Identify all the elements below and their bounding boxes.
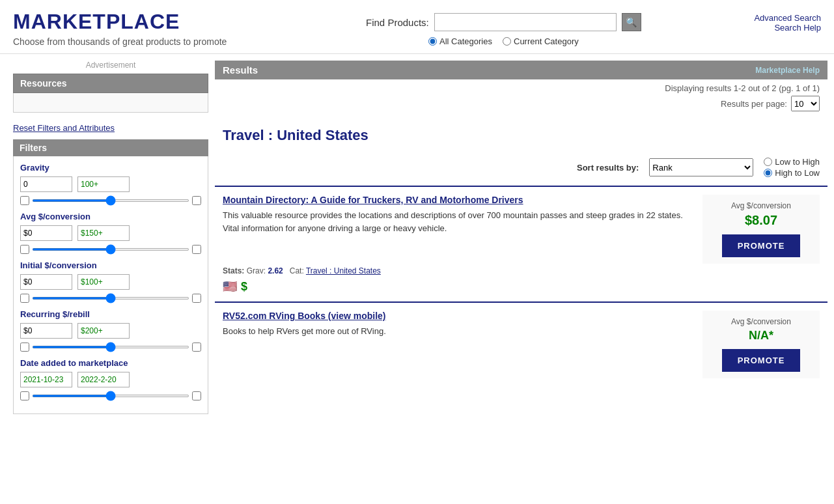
- advertisement-label: Advertisement: [13, 61, 208, 70]
- date-added-min-input[interactable]: [20, 372, 72, 387]
- dollar-icon: $: [241, 280, 247, 294]
- current-category-label: Current Category: [514, 36, 579, 46]
- avg-conversion-label: Avg $/conversion: [20, 212, 201, 221]
- avg-conversion-max-input[interactable]: [77, 225, 130, 241]
- initial-conversion-min-checkbox[interactable]: [20, 294, 29, 303]
- cat-link-1[interactable]: Travel : United States: [306, 266, 381, 275]
- all-categories-radio[interactable]: [428, 37, 437, 46]
- header-links: Advanced Search Search Help: [754, 10, 821, 33]
- stats-row-1: Stats: Grav: 2.62 Cat: Travel : United S…: [223, 266, 820, 275]
- product-icons-1: 🇺🇸 $: [223, 279, 820, 294]
- date-added-max-checkbox[interactable]: [192, 391, 201, 400]
- high-to-low-radio[interactable]: [764, 169, 772, 177]
- results-per-page-select[interactable]: 10 20 50 100: [791, 96, 820, 111]
- product-title-2[interactable]: RV52.com RVing Books (view mobile): [223, 311, 692, 321]
- search-icon: 🔍: [626, 17, 637, 27]
- displaying-text: Displaying results 1-2 out of 2 (pg. 1 o…: [665, 83, 820, 93]
- product-title-1[interactable]: Mountain Directory: A Guide for Truckers…: [223, 195, 692, 205]
- search-options: All Categories Current Category: [428, 36, 579, 46]
- current-category-option[interactable]: Current Category: [503, 36, 579, 46]
- sidebar: Advertisement Resources Reset Filters an…: [13, 61, 208, 414]
- recurring-rebill-label: Recurring $/rebill: [20, 309, 201, 319]
- stats-label-1: Stats:: [223, 266, 244, 275]
- gravity-min-checkbox[interactable]: [20, 196, 29, 205]
- avg-conversion-slider-row: [20, 245, 201, 254]
- product-stats-1: Avg $/conversion $8.07 PROMOTE: [702, 195, 820, 264]
- brand-subtitle: Choose from thousands of great products …: [13, 36, 227, 47]
- avg-conversion-max-checkbox[interactable]: [192, 245, 201, 254]
- date-added-max-input[interactable]: [77, 372, 130, 387]
- search-button[interactable]: 🔍: [622, 13, 641, 31]
- resources-box: Resources: [13, 74, 208, 93]
- initial-conversion-inputs: [20, 274, 201, 290]
- recurring-rebill-min-checkbox[interactable]: [20, 343, 29, 352]
- low-to-high-option[interactable]: Low to High: [764, 157, 820, 167]
- search-row: Find Products: 🔍: [366, 13, 641, 31]
- high-to-low-label: High to Low: [775, 168, 820, 178]
- product-layout-2: RV52.com RVing Books (view mobile) Books…: [223, 311, 820, 378]
- promote-button-1[interactable]: PROMOTE: [722, 234, 801, 257]
- date-added-inputs: [20, 372, 201, 387]
- filters-header: Filters: [13, 139, 208, 156]
- gravity-max-input[interactable]: [77, 176, 130, 192]
- filter-section: Gravity Avg $/conversion I: [13, 156, 208, 414]
- all-categories-option[interactable]: All Categories: [428, 36, 492, 46]
- advanced-search-link[interactable]: Advanced Search: [754, 13, 821, 23]
- low-to-high-radio[interactable]: [764, 158, 772, 166]
- category-title: Travel : United States: [215, 117, 827, 157]
- avg-value-1: $8.07: [713, 213, 809, 228]
- recurring-rebill-inputs: [20, 323, 201, 339]
- main-layout: Advertisement Resources Reset Filters an…: [0, 54, 834, 421]
- product-description-1: This valuable resource provides the loca…: [223, 209, 692, 234]
- date-added-slider-row: [20, 391, 201, 400]
- product-card-1: Mountain Directory: A Guide for Truckers…: [215, 186, 827, 301]
- initial-conversion-max-input[interactable]: [77, 274, 130, 290]
- product-description-2: Books to help RVers get more out of RVin…: [223, 325, 692, 338]
- cat-label-1: Cat:: [290, 266, 304, 275]
- search-section: Find Products: 🔍 All Categories Current …: [253, 10, 754, 46]
- avg-value-2: N/A*: [713, 329, 809, 343]
- recurring-rebill-max-input[interactable]: [77, 323, 130, 339]
- marketplace-help-link[interactable]: Marketplace Help: [755, 66, 820, 75]
- current-category-radio[interactable]: [503, 37, 511, 46]
- sort-options: Low to High High to Low: [764, 157, 820, 178]
- all-categories-label: All Categories: [439, 36, 492, 46]
- avg-conversion-inputs: [20, 225, 201, 241]
- date-added-slider[interactable]: [32, 395, 189, 397]
- low-to-high-label: Low to High: [775, 157, 820, 167]
- avg-conversion-min-checkbox[interactable]: [20, 245, 29, 254]
- gravity-min-input[interactable]: [20, 176, 72, 192]
- search-label: Find Products:: [366, 17, 429, 28]
- avg-conversion-min-input[interactable]: [20, 225, 72, 241]
- search-input[interactable]: [434, 13, 617, 31]
- product-card-2: RV52.com RVing Books (view mobile) Books…: [215, 301, 827, 386]
- reset-filters-link[interactable]: Reset Filters and Attributes: [13, 123, 208, 133]
- promote-button-2[interactable]: PROMOTE: [722, 349, 801, 372]
- date-added-label: Date added to marketplace: [20, 358, 201, 368]
- initial-conversion-max-checkbox[interactable]: [192, 294, 201, 303]
- brand-section: MARKETPLACE Choose from thousands of gre…: [13, 10, 227, 47]
- initial-conversion-slider[interactable]: [32, 297, 189, 300]
- sort-select[interactable]: Rank Popularity Avg $/conversion Gravity: [649, 158, 753, 176]
- avg-label-1: Avg $/conversion: [713, 201, 809, 210]
- date-added-min-checkbox[interactable]: [20, 391, 29, 400]
- recurring-rebill-slider[interactable]: [32, 346, 189, 348]
- recurring-rebill-max-checkbox[interactable]: [192, 343, 201, 352]
- grav-value-1: 2.62: [268, 266, 283, 275]
- initial-conversion-slider-row: [20, 294, 201, 303]
- search-help-link[interactable]: Search Help: [754, 23, 821, 33]
- gravity-slider[interactable]: [32, 199, 189, 202]
- gravity-max-checkbox[interactable]: [192, 196, 201, 205]
- high-to-low-option[interactable]: High to Low: [764, 168, 820, 178]
- brand-title: MARKETPLACE: [13, 10, 227, 34]
- results-header: Results Marketplace Help: [215, 61, 827, 79]
- gravity-inputs: [20, 176, 201, 192]
- product-info-2: RV52.com RVing Books (view mobile) Books…: [223, 311, 692, 343]
- results-meta: Displaying results 1-2 out of 2 (pg. 1 o…: [215, 79, 827, 94]
- sort-label: Sort results by:: [577, 163, 639, 173]
- avg-conversion-slider[interactable]: [32, 248, 189, 251]
- recurring-rebill-min-input[interactable]: [20, 323, 72, 339]
- product-layout-1: Mountain Directory: A Guide for Truckers…: [223, 195, 820, 264]
- initial-conversion-min-input[interactable]: [20, 274, 72, 290]
- results-per-page-row: Results per page: 10 20 50 100: [215, 94, 827, 117]
